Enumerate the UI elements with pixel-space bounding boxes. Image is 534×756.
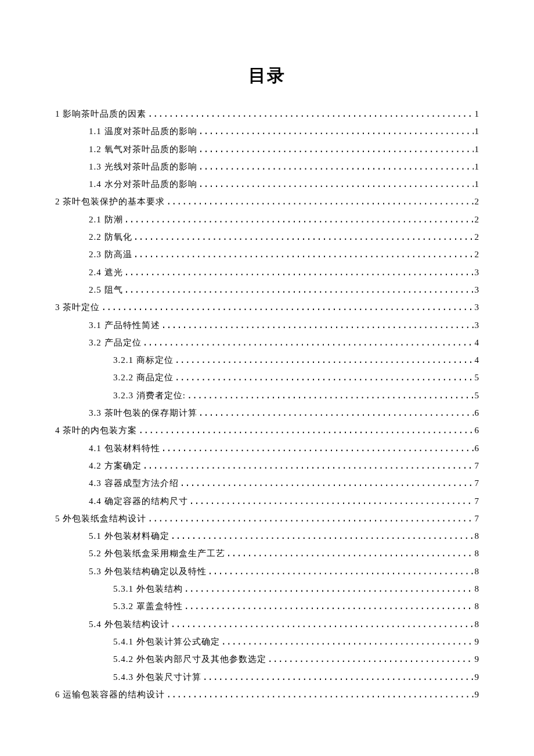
toc-entry: 6 运输包装容器的结构设计9 xyxy=(55,686,479,703)
toc-entry-label: 2.5 阻气 xyxy=(89,281,123,298)
toc-entry: 3 茶叶定位3 xyxy=(55,298,479,316)
toc-entry-page: 8 xyxy=(475,527,479,545)
toc-entry-page: 3 xyxy=(475,316,479,334)
toc-entry-page: 7 xyxy=(475,492,479,510)
toc-entry-label: 1 影响茶叶品质的因素 xyxy=(55,105,146,123)
toc-entry-page: 1 xyxy=(475,141,479,158)
toc-entry-label: 4.3 容器成型方法介绍 xyxy=(89,474,179,492)
toc-entry: 5.4.1 外包装计算公式确定9 xyxy=(55,633,479,650)
toc-entry-label: 1.1 温度对茶叶品质的影响 xyxy=(89,123,197,140)
toc-entry-page: 1 xyxy=(475,105,479,123)
toc-entry-label: 5.3 外包装结构确定以及特性 xyxy=(89,563,207,580)
toc-entry: 5.4 外包装结构设计 8 xyxy=(55,615,479,633)
toc-entry-leader xyxy=(166,193,473,210)
toc-entry-label: 5.4.3 外包装尺寸计算 xyxy=(113,668,201,686)
toc-entry-leader xyxy=(199,141,474,158)
toc-entry: 5.4.2 外包装内部尺寸及其他参数选定9 xyxy=(55,650,479,668)
toc-entry-page: 6 xyxy=(475,422,479,439)
toc-entry-label: 2.4 遮光 xyxy=(89,264,123,281)
toc-entry-label: 1.3 光线对茶叶品质的影响 xyxy=(89,158,197,175)
toc-entry-page: 1 xyxy=(475,123,479,140)
toc-entry-page: 7 xyxy=(475,510,479,527)
toc-entry: 1.2 氧气对茶叶品质的影响 1 xyxy=(55,141,479,158)
toc-entry-leader xyxy=(226,545,474,562)
toc-entry-page: 2 xyxy=(475,211,479,228)
toc-entry-label: 2.1 防潮 xyxy=(89,211,123,228)
toc-entry-page: 1 xyxy=(475,158,479,175)
toc-entry: 1.3 光线对茶叶品质的影响 1 xyxy=(55,158,479,175)
toc-entry: 5.1 外包装材料确定8 xyxy=(55,527,479,545)
toc-entry: 4.2 方案确定7 xyxy=(55,457,479,474)
toc-entry-leader xyxy=(221,633,474,650)
toc-entry-leader xyxy=(199,175,474,193)
toc-entry-leader xyxy=(268,650,474,668)
toc-entry-leader xyxy=(124,211,474,228)
toc-entry-leader xyxy=(199,123,474,140)
toc-entry-label: 3 茶叶定位 xyxy=(55,298,100,316)
toc-entry-label: 2 茶叶包装保护的基本要求 xyxy=(55,193,165,210)
toc-entry-leader xyxy=(199,158,474,175)
toc-entry-leader xyxy=(175,351,474,369)
toc-entry-page: 7 xyxy=(475,474,479,492)
toc-entry-leader xyxy=(184,597,474,615)
toc-entry-leader xyxy=(171,527,474,545)
toc-entry-label: 5.2 外包装纸盒采用糊盒生产工艺 xyxy=(89,545,225,562)
toc-entry-page: 4 xyxy=(475,334,479,351)
toc-entry-label: 3.2.1 商标定位 xyxy=(113,351,174,369)
toc-entry-label: 3.3 茶叶包装的保存期计算 xyxy=(89,404,197,422)
toc-entry-label: 4 茶叶的内包装方案 xyxy=(55,422,137,439)
toc-entry: 5.3 外包装结构确定以及特性8 xyxy=(55,563,479,580)
toc-entry-page: 3 xyxy=(475,281,479,298)
toc-entry-page: 7 xyxy=(475,457,479,474)
toc-entry-leader xyxy=(180,474,474,492)
toc-entry-label: 5 外包装纸盒结构设计 xyxy=(55,510,146,527)
toc-entry-leader xyxy=(124,281,474,298)
toc-entry: 2.2 防氧化2 xyxy=(55,228,479,246)
toc-entry: 5.3.2 罩盖盒特性8 xyxy=(55,597,479,615)
toc-entry-page: 4 xyxy=(475,351,479,369)
toc-entry: 2.1 防潮2 xyxy=(55,211,479,228)
toc-entry-label: 3.1 产品特性简述 xyxy=(89,316,160,334)
toc-entry-leader xyxy=(124,264,474,281)
toc-entry: 5 外包装纸盒结构设计7 xyxy=(55,510,479,527)
toc-entry-page: 9 xyxy=(475,650,479,668)
toc-entry-leader xyxy=(143,457,474,474)
toc-entry-label: 5.1 外包装材料确定 xyxy=(89,527,169,545)
toc-entry-leader xyxy=(189,492,474,510)
toc-entry-label: 1.4 水分对茶叶品质的影响 xyxy=(89,175,197,193)
toc-entry-leader xyxy=(138,422,473,439)
toc-entry-leader xyxy=(187,387,474,404)
toc-entry-page: 8 xyxy=(475,545,479,562)
toc-entry-page: 2 xyxy=(475,228,479,246)
toc-container: 1 影响茶叶品质的因素11.1 温度对茶叶品质的影响 11.2 氧气对茶叶品质的… xyxy=(55,105,479,703)
toc-entry-label: 3.2 产品定位 xyxy=(89,334,142,351)
toc-entry: 4 茶叶的内包装方案6 xyxy=(55,422,479,439)
toc-entry: 3.2.1 商标定位4 xyxy=(55,351,479,369)
toc-entry: 5.2 外包装纸盒采用糊盒生产工艺8 xyxy=(55,545,479,562)
toc-entry: 4.4 确定容器的结构尺寸7 xyxy=(55,492,479,510)
toc-entry: 5.4.3 外包装尺寸计算 9 xyxy=(55,668,479,686)
toc-entry: 2 茶叶包装保护的基本要求2 xyxy=(55,193,479,210)
toc-entry-leader xyxy=(134,228,474,246)
toc-entry: 3.2.3 消费者定位:5 xyxy=(55,387,479,404)
toc-entry-label: 5.3.1 外包装结构 xyxy=(113,580,183,597)
toc-entry-label: 3.2.2 商品定位 xyxy=(113,369,174,386)
toc-entry: 5.3.1 外包装结构8 xyxy=(55,580,479,597)
toc-entry: 3.3 茶叶包装的保存期计算6 xyxy=(55,404,479,422)
toc-entry-leader xyxy=(134,246,474,263)
toc-entry-leader xyxy=(184,580,474,597)
toc-entry: 1.4 水分对茶叶品质的影响 1 xyxy=(55,175,479,193)
toc-entry-leader xyxy=(143,334,474,351)
toc-entry-leader xyxy=(175,369,474,386)
toc-entry-label: 5.4 外包装结构设计 xyxy=(89,615,169,633)
toc-entry-page: 1 xyxy=(475,175,479,193)
toc-entry-label: 2.2 防氧化 xyxy=(89,228,132,246)
toc-entry-label: 5.4.2 外包装内部尺寸及其他参数选定 xyxy=(113,650,266,668)
toc-entry-page: 2 xyxy=(475,193,479,210)
toc-entry: 3.1 产品特性简述3 xyxy=(55,316,479,334)
toc-entry-page: 8 xyxy=(475,615,479,633)
toc-entry-leader xyxy=(208,563,474,580)
toc-entry-label: 4.2 方案确定 xyxy=(89,457,142,474)
toc-entry-page: 8 xyxy=(475,563,479,580)
toc-entry-leader xyxy=(101,298,473,316)
